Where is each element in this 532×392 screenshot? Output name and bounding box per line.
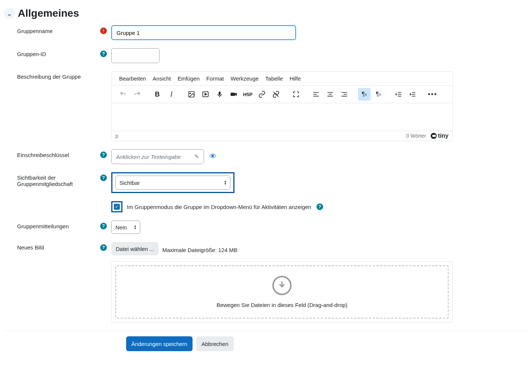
menu-view[interactable]: Ansicht bbox=[153, 75, 171, 82]
menu-help[interactable]: Hilfe bbox=[290, 75, 301, 82]
help-icon[interactable]: ? bbox=[316, 203, 323, 210]
editor-wordcount: 0 Wörter bbox=[406, 133, 426, 139]
italic-icon[interactable]: I bbox=[165, 88, 178, 101]
redo-icon[interactable] bbox=[131, 88, 144, 101]
dropzone-container: Bewegen Sie Dateien in dieses Feld (Drag… bbox=[111, 261, 453, 323]
help-icon[interactable]: ? bbox=[100, 174, 107, 181]
sichtbarkeit-label: Sichtbarkeit der Gruppenmitgliedschaft bbox=[17, 174, 91, 187]
unlink-icon[interactable] bbox=[270, 88, 282, 101]
video-icon[interactable] bbox=[227, 88, 240, 101]
help-icon[interactable]: ? bbox=[100, 151, 107, 158]
rtl-icon[interactable]: ¶‹ bbox=[358, 88, 371, 101]
image-icon[interactable] bbox=[185, 88, 198, 101]
einschreib-label: Einschreibeschlüssel bbox=[17, 152, 69, 158]
cancel-button[interactable]: Abbrechen bbox=[196, 336, 234, 351]
required-icon: ! bbox=[100, 27, 107, 34]
svg-rect-4 bbox=[219, 92, 221, 95]
align-center-icon[interactable] bbox=[324, 88, 336, 101]
ltr-icon[interactable]: ¶› bbox=[372, 88, 385, 101]
editor-path[interactable]: p bbox=[115, 133, 118, 139]
mitteilungen-select[interactable]: Nein bbox=[111, 220, 140, 234]
menu-format[interactable]: Format bbox=[206, 75, 224, 82]
dropdown-checkbox-label: Im Gruppenmodus die Gruppe im Dropdown-M… bbox=[127, 204, 311, 210]
beschreibung-label: Beschreibung der Gruppe bbox=[17, 74, 81, 80]
help-icon[interactable]: ? bbox=[100, 223, 107, 229]
outdent-icon[interactable] bbox=[392, 88, 405, 101]
eye-icon[interactable]: 👁 bbox=[209, 152, 217, 161]
dropdown-checkbox[interactable]: ✓ bbox=[114, 204, 120, 210]
tiny-logo: tiny bbox=[431, 133, 449, 139]
svg-rect-5 bbox=[231, 93, 235, 96]
media-icon[interactable] bbox=[199, 88, 212, 101]
editor-menubar: Bearbeiten Ansicht Einfügen Format Werkz… bbox=[112, 72, 452, 86]
align-right-icon[interactable] bbox=[338, 88, 351, 101]
dropdown-checkbox-highlight: ✓ bbox=[111, 201, 122, 212]
chevron-down-icon: ⌄ bbox=[6, 10, 13, 17]
indent-icon[interactable] bbox=[406, 88, 419, 101]
rich-text-editor: Bearbeiten Ansicht Einfügen Format Werkz… bbox=[111, 71, 453, 141]
more-icon[interactable]: ••• bbox=[426, 88, 439, 101]
mitteilungen-label: Gruppenmitteilungen bbox=[17, 223, 69, 229]
microphone-icon[interactable] bbox=[213, 88, 226, 101]
select-caret-icon bbox=[134, 225, 136, 230]
file-size-info: Maximale Dateigröße: 124 MB bbox=[162, 245, 237, 253]
help-icon[interactable]: ? bbox=[100, 244, 107, 251]
sichtbarkeit-select[interactable]: Sichtbar bbox=[115, 176, 230, 190]
sichtbarkeit-value: Sichtbar bbox=[119, 180, 140, 186]
dropzone-text: Bewegen Sie Dateien in dieses Feld (Drag… bbox=[126, 302, 438, 308]
choose-file-button[interactable]: Datei wählen ... bbox=[111, 242, 158, 255]
select-caret-icon bbox=[224, 180, 226, 185]
gruppenid-label: Gruppen-ID bbox=[17, 51, 46, 57]
sichtbarkeit-highlight: Sichtbar bbox=[111, 172, 234, 193]
download-arrow-icon bbox=[272, 276, 292, 295]
pencil-icon: ✎ bbox=[194, 153, 199, 160]
gruppenname-label: Gruppenname bbox=[17, 28, 53, 34]
svg-marker-6 bbox=[235, 93, 237, 96]
bold-icon[interactable]: B bbox=[151, 88, 164, 101]
undo-icon[interactable] bbox=[117, 88, 129, 101]
link-icon[interactable] bbox=[256, 88, 268, 101]
einschreib-placeholder: Anklicken zur Texteingabe bbox=[116, 154, 181, 160]
mitteilungen-value: Nein bbox=[115, 224, 127, 231]
menu-edit[interactable]: Bearbeiten bbox=[119, 75, 146, 82]
neuesbild-label: Neues Bild bbox=[17, 244, 44, 251]
help-icon[interactable]: ? bbox=[100, 50, 107, 57]
file-dropzone[interactable]: Bewegen Sie Dateien in dieses Feld (Drag… bbox=[115, 265, 449, 318]
divider bbox=[4, 331, 528, 331]
einschreib-input[interactable]: Anklicken zur Texteingabe ✎ bbox=[111, 149, 204, 164]
svg-point-1 bbox=[190, 93, 191, 94]
gruppenname-input[interactable] bbox=[111, 25, 296, 40]
save-button[interactable]: Änderungen speichern bbox=[126, 336, 193, 351]
menu-insert[interactable]: Einfügen bbox=[178, 75, 200, 82]
section-title: Allgemeines bbox=[18, 7, 79, 19]
editor-content-area[interactable] bbox=[112, 103, 452, 131]
menu-tools[interactable]: Werkzeuge bbox=[231, 75, 259, 82]
editor-toolbar: B I H5P bbox=[112, 86, 452, 103]
fullscreen-icon[interactable] bbox=[290, 88, 302, 101]
h5p-icon[interactable]: H5P bbox=[242, 88, 254, 101]
menu-table[interactable]: Tabelle bbox=[265, 75, 283, 82]
align-left-icon[interactable] bbox=[310, 88, 322, 101]
section-toggle[interactable]: ⌄ bbox=[4, 8, 15, 19]
svg-marker-3 bbox=[205, 94, 207, 95]
gruppenid-input[interactable] bbox=[111, 48, 160, 63]
